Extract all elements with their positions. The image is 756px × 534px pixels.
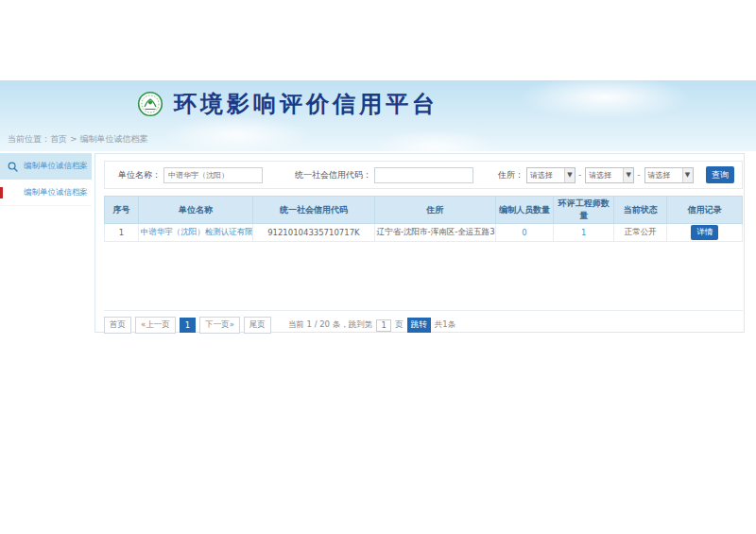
unit-name-link[interactable]: 中谱华宇（沈阳）检测认证有限公司: [141, 227, 253, 236]
col-header-engineer-count: 环评工程师数量: [554, 197, 614, 224]
page: 环境影响评价信用平台 当前位置：首页>编制单位诚信档案 编制单位诚信档案 编制单…: [0, 0, 756, 534]
province-select[interactable]: 请选择 ▼: [526, 167, 576, 183]
table-row: 1 中谱华宇（沈阳）检测认证有限公司 91210104335710717K 辽宁…: [105, 224, 743, 242]
chevron-down-icon: ▼: [682, 168, 693, 182]
credit-code-cell: 91210104335710717K: [253, 224, 374, 242]
query-button[interactable]: 查询: [706, 166, 734, 183]
col-header-unit-name: 单位名称: [138, 197, 253, 224]
total-count-label: 共1条: [435, 319, 455, 331]
city-select-value: 请选择: [589, 170, 611, 181]
select-separator: -: [578, 170, 581, 180]
col-header-staff-count: 编制人员数量: [495, 197, 553, 224]
staff-count-link[interactable]: 0: [522, 228, 526, 237]
search-form: 单位名称： 统一社会信用代码： 住所： 请选择 ▼ - 请选择 ▼ - 请选择 …: [104, 161, 743, 189]
col-header-credit-code: 统一社会信用代码: [253, 197, 374, 224]
district-select[interactable]: 请选择 ▼: [644, 167, 694, 183]
select-separator: -: [637, 170, 640, 180]
breadcrumb: 当前位置：首页>编制单位诚信档案: [8, 133, 148, 146]
pagination: 首页 «上一页 1 下一页» 尾页 当前 1 / 20 条，跳到第 页 跳转 共…: [104, 310, 743, 334]
table-header-row: 序号 单位名称 统一社会信用代码 住所 编制人员数量 环评工程师数量 当前状态 …: [105, 197, 743, 224]
first-page-button[interactable]: 首页: [104, 317, 131, 334]
brand: 环境影响评价信用平台: [137, 89, 438, 119]
breadcrumb-home-link[interactable]: 首页: [50, 134, 67, 144]
breadcrumb-label: 当前位置：: [8, 134, 50, 144]
mee-logo-icon: [137, 91, 163, 117]
breadcrumb-current: 编制单位诚信档案: [80, 134, 148, 144]
breadcrumb-separator: >: [70, 134, 77, 144]
active-item-marker: [0, 187, 3, 198]
page-number-button[interactable]: 1: [180, 318, 196, 333]
city-select[interactable]: 请选择 ▼: [585, 167, 634, 183]
unit-name-input[interactable]: [163, 167, 263, 183]
sidebar-item-label: 编制单位诚信档案: [24, 187, 88, 198]
jump-button[interactable]: 跳转: [407, 318, 431, 333]
results-table: 序号 单位名称 统一社会信用代码 住所 编制人员数量 环评工程师数量 当前状态 …: [104, 196, 743, 242]
last-page-button[interactable]: 尾页: [244, 317, 271, 334]
prev-page-button[interactable]: «上一页: [135, 317, 176, 334]
col-header-credit-record: 信用记录: [667, 197, 743, 224]
sidebar-item-archive-header[interactable]: 编制单位诚信档案: [0, 153, 92, 180]
sidebar-item-archive[interactable]: 编制单位诚信档案: [0, 180, 92, 206]
unit-name-label: 单位名称：: [118, 169, 161, 181]
province-select-value: 请选择: [530, 170, 553, 181]
next-page-button[interactable]: 下一页»: [199, 317, 240, 334]
page-title: 环境影响评价信用平台: [174, 89, 438, 119]
address-label: 住所：: [498, 169, 524, 181]
detail-button[interactable]: 详情: [691, 225, 718, 240]
status-cell: 正常公开: [614, 224, 667, 242]
page-suffix-label: 页: [395, 319, 404, 331]
district-select-value: 请选择: [648, 170, 671, 181]
engineer-count-link[interactable]: 1: [581, 228, 586, 237]
search-person-icon: [8, 162, 18, 172]
pagination-info: 当前 1 / 20 条，跳到第: [288, 319, 372, 331]
jump-page-input[interactable]: [376, 319, 391, 332]
credit-code-input[interactable]: [374, 167, 473, 183]
sidebar-item-label: 编制单位诚信档案: [24, 161, 88, 172]
col-header-address: 住所: [374, 197, 495, 224]
chevron-down-icon: ▼: [564, 168, 575, 182]
row-index: 1: [105, 224, 139, 242]
col-header-index: 序号: [105, 197, 139, 224]
col-header-status: 当前状态: [614, 197, 667, 224]
address-cell: 辽宁省-沈阳市-浑南区-全运五路35-1号楼902: [374, 224, 495, 242]
chevron-down-icon: ▼: [623, 168, 633, 182]
credit-code-label: 统一社会信用代码：: [295, 169, 371, 181]
